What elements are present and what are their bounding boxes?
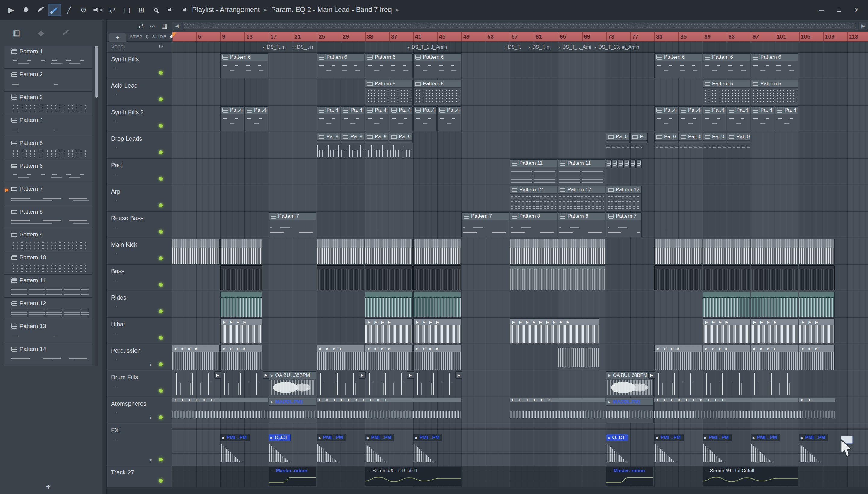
bass-clip[interactable] (220, 265, 262, 290)
stamp-tool-icon[interactable]: ▤ (121, 4, 133, 16)
ride-clip[interactable] (413, 292, 461, 317)
arrangement-grid[interactable]: ×DS_T..m×DS_..in×DS_T_1..t_Amin×DS_T.×DS… (172, 42, 868, 487)
track-led[interactable] (159, 150, 163, 154)
kick-clip[interactable] (654, 239, 702, 264)
picker-audio-icon[interactable]: ◆ (38, 28, 44, 38)
clip-pat-0[interactable]: Pat..0 (679, 133, 702, 143)
paint-tool-icon[interactable] (48, 4, 61, 16)
clip-master-ration[interactable]: ~Master..ration (606, 467, 654, 486)
add-pattern-button[interactable]: + (46, 482, 51, 492)
track-led[interactable] (159, 479, 163, 482)
lane-drop-leads[interactable]: Pa..9Pa..9Pa..9Pa..9Pa..0P..Pa..0Pat..0P… (172, 132, 868, 159)
track-led[interactable] (159, 362, 163, 366)
hatlong-clip[interactable]: ▶▶▶▶▶▶▶▶▶ (510, 318, 599, 343)
fill-clip[interactable] (413, 372, 461, 396)
collapse-arrow-icon[interactable]: ▼ (149, 362, 152, 367)
clip-pa-9[interactable]: Pa..9 (365, 133, 388, 143)
track-header-hihat[interactable]: Hihat… (107, 318, 172, 344)
vocal-marker[interactable]: ×DS_T_1..t_Amin (407, 44, 447, 51)
clip-master-ration[interactable]: ~Master..ration (269, 467, 316, 486)
marker-close-icon[interactable]: × (594, 45, 597, 50)
clip-pml-pm[interactable]: ▶PML..PM (799, 434, 834, 464)
clip-pa-4[interactable]: Pa..4 (220, 106, 244, 131)
ride-clip[interactable] (703, 292, 750, 317)
clip-pat-0[interactable]: Pat..0 (727, 133, 750, 143)
clip-pattern-5[interactable]: Pattern 5 (703, 80, 750, 105)
picker-automation-icon[interactable] (62, 32, 68, 34)
kick-clip[interactable] (703, 239, 750, 264)
vocal-marker[interactable]: ×DS_T_.._Ami (558, 44, 591, 51)
collapse-arrow-icon[interactable]: ▼ (149, 458, 152, 462)
miniarrow-clip[interactable]: ▶ (262, 372, 269, 379)
lane-track-27[interactable]: ~Master..ration~Serum #9 - Fil Cutoff~Ma… (172, 466, 868, 487)
clip-pattern-7[interactable]: Pattern 7 (461, 212, 509, 238)
marker-close-icon[interactable]: × (504, 45, 506, 50)
zoom-tool-icon[interactable]: ⊞ (135, 4, 148, 16)
pattern-item-3[interactable]: Pattern 3 (4, 92, 92, 114)
track-header-main-kick[interactable]: Main Kick… (107, 238, 172, 265)
track-header-percussion[interactable]: Percussion…▼ (107, 344, 172, 371)
mute-tool-icon[interactable]: ⊘ (77, 4, 90, 16)
track-header-bass[interactable]: Bass… (107, 265, 172, 291)
fill-clip[interactable] (172, 372, 220, 396)
track-header-drop-leads[interactable]: Drop Leads… (107, 132, 172, 159)
fill-clip[interactable] (365, 372, 412, 396)
minimap-view-range[interactable] (184, 23, 854, 29)
track-header-fx[interactable]: FX…▼ (107, 424, 172, 466)
lane-vocal[interactable]: ×DS_T..m×DS_..in×DS_T_1..t_Amin×DS_T.×DS… (172, 42, 868, 53)
clip-pattern-5[interactable]: Pattern 5 (751, 80, 798, 105)
scrollbar-handle[interactable] (95, 46, 98, 98)
step-toggle[interactable] (146, 35, 148, 39)
maximize-button[interactable] (835, 6, 843, 14)
clip-pml-pm[interactable]: ▶PML..PM (751, 434, 786, 464)
pattern-item-12[interactable]: Pattern 12 (4, 298, 92, 321)
kick-clip[interactable] (751, 239, 798, 264)
clip-pattern-7[interactable]: Pattern 7 (606, 212, 642, 238)
lane-hihat[interactable]: ▶▶▶▶▶▶▶▶▶▶▶▶▶▶▶▶▶▶▶▶▶▶▶▶▶▶▶▶▶▶▶▶ (172, 318, 868, 344)
tiny-clip[interactable] (618, 159, 624, 168)
kick-clip[interactable] (317, 239, 364, 264)
magnifier-icon[interactable] (149, 4, 162, 16)
lane-arp[interactable]: Pattern 12Pattern 12Pattern 12 (172, 185, 868, 212)
pattern-item-8[interactable]: Pattern 8 (4, 206, 92, 229)
lane-main-kick[interactable] (172, 238, 868, 265)
clip-pa-0[interactable]: Pa..0 (606, 133, 630, 143)
playback-mute-icon[interactable]: × (92, 4, 104, 16)
marker-close-icon[interactable]: × (293, 45, 295, 50)
lane-reese-bass[interactable]: Pattern 7Pattern 7Pattern 8Pattern 8Patt… (172, 212, 868, 238)
bass-clip[interactable] (365, 265, 412, 290)
preview-speaker-icon[interactable] (164, 4, 177, 16)
clip-pa-9[interactable]: Pa..9 (389, 133, 412, 143)
track-led[interactable] (159, 389, 163, 393)
clip-pa-0[interactable]: Pa..0 (703, 133, 726, 143)
bass2-clip[interactable] (510, 265, 606, 290)
marker-close-icon[interactable]: × (262, 45, 265, 50)
lane-percussion[interactable]: ▶▶▶▶▶▶▶▶▶▶▶▶▶▶▶▶▶▶▶▶▶▶▶▶▶▶▶▶▶▶▶▶▶▶▶ (172, 344, 868, 371)
bass-clip[interactable] (654, 265, 702, 290)
lane-atomspheres[interactable]: ▶▶▶▶▶▶▶MADDI..PM)▶▶▶▶▶▶▶▶▶▶▶▶▶▶▶▶▶MADDI.… (172, 397, 868, 424)
pattern-item-13[interactable]: Pattern 13 (4, 321, 92, 343)
hat-clip[interactable]: ▶▶▶ (799, 318, 834, 343)
playhead-marker[interactable] (172, 32, 177, 38)
pattern-item-4[interactable]: Pattern 4 (4, 114, 92, 137)
track-led[interactable] (159, 415, 163, 419)
fill-clip[interactable] (703, 372, 750, 396)
track-header-acid-lead[interactable]: Acid Lead… (107, 79, 172, 106)
clip-pattern-8[interactable]: Pattern 8 (510, 212, 557, 238)
lane-fx[interactable]: ▶PML..PM▶O..CT▶PML..PM▶PML..PM▶PML..PM▶O… (172, 424, 868, 466)
clip-pml-pm[interactable]: ▶PML..PM (413, 434, 449, 464)
atmo-clip[interactable]: ▶▶▶▶▶▶▶▶▶▶ (317, 398, 461, 423)
clip-serum-9-fil-cutoff[interactable]: ~Serum #9 - Fil Cutoff (365, 467, 461, 486)
clip-o-ct[interactable]: ▶O..CT (606, 434, 642, 464)
track-header-reese-bass[interactable]: Reese Bass… (107, 212, 172, 238)
clip-pattern-7[interactable]: Pattern 7 (269, 212, 316, 238)
track-header-drum-fills[interactable]: Drum Fills… (107, 371, 172, 397)
play-icon[interactable]: ▶ (5, 4, 17, 16)
perc-clip[interactable]: ▶▶▶▶ (317, 345, 364, 370)
pattern-item-11[interactable]: Pattern 11 (4, 275, 92, 298)
tiny-clip[interactable] (630, 159, 635, 168)
picker-patterns-icon[interactable]: ▦ (13, 28, 20, 38)
link-clips-icon[interactable]: ∞ (150, 22, 154, 30)
clip-pattern-5[interactable]: Pattern 5 (365, 80, 412, 105)
fill-clip[interactable] (654, 372, 702, 396)
